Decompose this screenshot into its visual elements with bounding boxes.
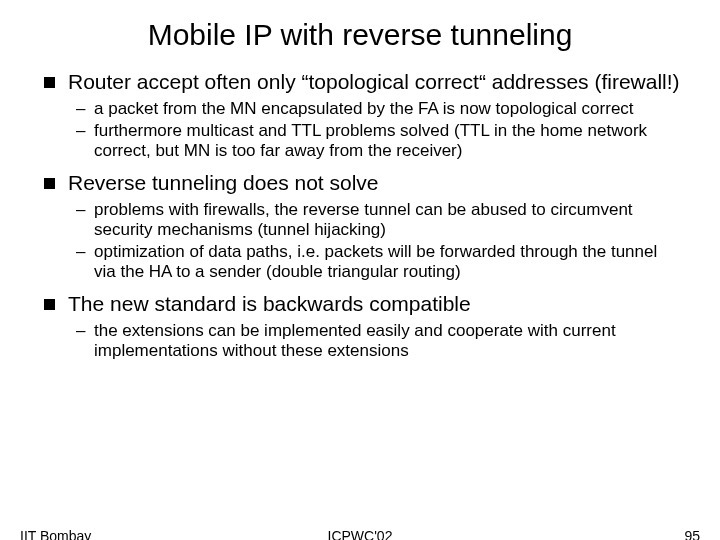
sub-item: furthermore multicast and TTL problems s… xyxy=(94,121,680,161)
bullet-list: Router accept often only “topological co… xyxy=(40,70,680,361)
sub-item: problems with firewalls, the reverse tun… xyxy=(94,200,680,240)
bullet-text: Reverse tunneling does not solve xyxy=(68,171,379,194)
footer-center: ICPWC'02 xyxy=(0,528,720,540)
sub-item: optimization of data paths, i.e. packets… xyxy=(94,242,680,282)
bullet-item: The new standard is backwards compatible… xyxy=(68,292,680,361)
sub-list: the extensions can be implemented easily… xyxy=(68,321,680,361)
square-bullet-icon xyxy=(44,299,55,310)
slide: Mobile IP with reverse tunneling Router … xyxy=(0,0,720,540)
sub-item: the extensions can be implemented easily… xyxy=(94,321,680,361)
bullet-item: Router accept often only “topological co… xyxy=(68,70,680,161)
sub-list: problems with firewalls, the reverse tun… xyxy=(68,200,680,282)
square-bullet-icon xyxy=(44,77,55,88)
footer-page-number: 95 xyxy=(684,528,700,540)
bullet-item: Reverse tunneling does not solve problem… xyxy=(68,171,680,282)
slide-title: Mobile IP with reverse tunneling xyxy=(40,18,680,52)
sub-item: a packet from the MN encapsulated by the… xyxy=(94,99,680,119)
bullet-text: The new standard is backwards compatible xyxy=(68,292,471,315)
square-bullet-icon xyxy=(44,178,55,189)
bullet-text: Router accept often only “topological co… xyxy=(68,70,680,93)
sub-list: a packet from the MN encapsulated by the… xyxy=(68,99,680,161)
